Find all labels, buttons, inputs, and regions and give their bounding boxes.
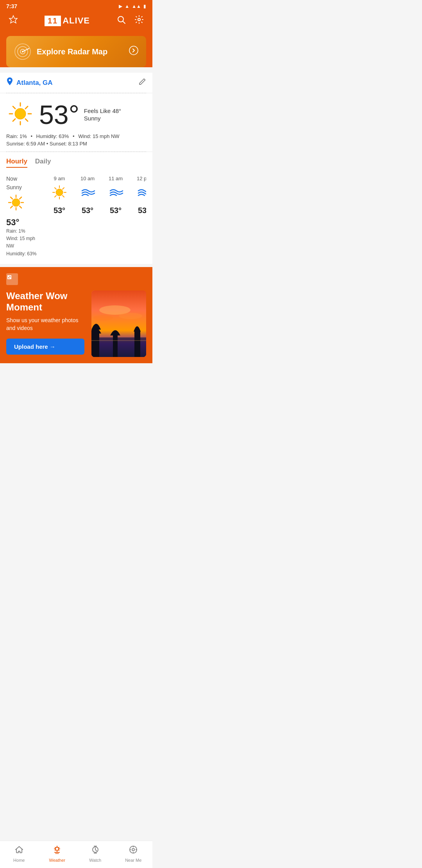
signal-icon: ▶	[119, 4, 122, 9]
svg-line-18	[25, 106, 28, 109]
logo-name: ALIVE	[63, 16, 90, 26]
radar-banner[interactable]: Explore Radar Map	[6, 36, 146, 67]
hourly-scroll: Now Sunny	[6, 176, 146, 258]
hour-12pm-temp: 53°	[138, 206, 146, 215]
svg-point-11	[15, 108, 26, 119]
wow-content: Weather Wow Moment Show us your weather …	[6, 291, 146, 357]
svg-point-29	[56, 189, 63, 196]
status-time: 7:37	[6, 3, 17, 9]
svg-rect-45	[134, 332, 140, 357]
location-city: Atlanta, GA	[16, 79, 53, 87]
tab-hourly[interactable]: Hourly	[6, 158, 27, 168]
wow-subtitle: Show us your weather photos and videos	[6, 317, 87, 332]
wow-title: Weather Wow Moment	[6, 291, 87, 313]
hour-now-details: Rain: 1% Wind: 15 mph NW Humidity: 63%	[6, 228, 41, 258]
wow-image-placeholder	[91, 291, 146, 357]
svg-line-16	[13, 106, 15, 109]
hour-now-condition: Sunny	[6, 184, 22, 190]
svg-line-36	[63, 188, 64, 189]
svg-marker-0	[9, 16, 17, 23]
radar-arrow-icon	[129, 46, 138, 57]
sunrise-detail: Sunrise: 6:59 AM	[6, 141, 45, 147]
hour-9am-icon	[51, 184, 68, 204]
dot-sep2: •	[73, 133, 76, 139]
weather-details-row1: Rain: 1% • Humidity: 63% • Wind: 15 mph …	[6, 133, 146, 139]
svg-rect-44	[91, 334, 99, 357]
hour-11am: 11 am 53°	[102, 176, 130, 258]
svg-line-19	[13, 119, 15, 121]
svg-line-28	[11, 206, 13, 208]
settings-button[interactable]	[132, 15, 146, 27]
header: 11 ALIVE	[0, 11, 152, 33]
hour-10am-temp: 53°	[82, 206, 93, 215]
weather-sun-row: Sunrise: 6:59 AM • Sunset: 8:13 PM	[6, 141, 146, 147]
hour-11am-label: 11 am	[109, 176, 123, 181]
hour-10am-label: 10 am	[80, 176, 95, 181]
dot-sep3: •	[46, 141, 50, 147]
location-pin-icon	[6, 77, 13, 88]
svg-point-41	[119, 313, 142, 319]
weather-main-row: 53° Feels Like 48° Sunny	[6, 100, 146, 129]
hourly-forecast: Now Sunny	[0, 171, 152, 264]
current-weather-icon	[6, 100, 34, 129]
hour-9am: 9 am	[45, 176, 73, 258]
svg-line-37	[55, 195, 56, 197]
current-weather: 53° Feels Like 48° Sunny Rain: 1% • Humi…	[0, 93, 152, 151]
battery-icon: ▮	[143, 4, 146, 9]
hour-10am-icon	[79, 184, 96, 204]
svg-line-2	[123, 22, 125, 24]
svg-point-10	[9, 79, 11, 81]
hour-now-icon	[6, 193, 26, 216]
hour-11am-icon	[107, 184, 124, 204]
wind-detail: Wind: 15 mph NW	[78, 133, 119, 139]
weather-desc: Feels Like 48° Sunny	[84, 108, 121, 122]
favorite-button[interactable]	[6, 15, 20, 27]
hour-now: Now Sunny	[6, 176, 45, 258]
edit-location-button[interactable]	[138, 78, 146, 88]
wow-image	[91, 291, 146, 357]
hour-12pm-icon	[135, 184, 146, 204]
hour-now-rain: Rain: 1%	[6, 228, 41, 235]
location-row: Atlanta, GA	[0, 73, 152, 93]
hour-9am-label: 9 am	[54, 176, 65, 181]
logo-box: 11	[45, 16, 61, 26]
svg-point-20	[12, 199, 20, 206]
forecast-tabs: Hourly Daily	[0, 152, 152, 171]
wow-text-area: Weather Wow Moment Show us your weather …	[6, 291, 91, 355]
sunset-detail: Sunset: 8:13 PM	[50, 141, 87, 147]
svg-line-17	[25, 119, 28, 121]
network-icon: ▲▲	[132, 4, 141, 9]
svg-line-27	[20, 197, 21, 199]
tab-daily[interactable]: Daily	[35, 158, 51, 168]
hour-now-humidity: Humidity: 63%	[6, 250, 41, 258]
svg-rect-46	[113, 335, 118, 357]
hour-now-label: Now	[6, 176, 17, 182]
svg-line-26	[20, 206, 21, 208]
status-bar: 7:37 ▶ ▲ ▲▲ ▮	[0, 0, 152, 11]
svg-line-35	[63, 195, 64, 197]
location-info: Atlanta, GA	[6, 77, 53, 88]
status-icons: ▶ ▲ ▲▲ ▮	[119, 4, 146, 9]
radar-icon	[14, 43, 31, 60]
hour-11am-temp: 53°	[110, 206, 122, 215]
upload-label: Upload here →	[14, 343, 55, 350]
svg-line-34	[55, 188, 56, 189]
wifi-icon: ▲	[125, 4, 129, 9]
hour-now-wind: Wind: 15 mph NW	[6, 235, 41, 250]
svg-point-42	[93, 315, 113, 321]
wow-logo	[6, 273, 146, 287]
upload-button[interactable]: Upload here →	[6, 339, 84, 355]
radar-label: Explore Radar Map	[37, 47, 107, 56]
current-temp: 53°	[39, 101, 79, 128]
condition: Sunny	[84, 115, 121, 122]
humidity-detail: Humidity: 63%	[36, 133, 69, 139]
wow-moment-section: Weather Wow Moment Show us your weather …	[0, 267, 152, 363]
feels-like: Feels Like 48°	[84, 108, 121, 114]
app-logo: 11 ALIVE	[20, 16, 114, 26]
hour-12pm: 12 pm 53°	[130, 176, 146, 258]
hour-12pm-label: 12 pm	[137, 176, 146, 181]
hour-9am-temp: 53°	[54, 206, 65, 215]
radar-banner-left: Explore Radar Map	[14, 43, 107, 60]
search-button[interactable]	[114, 15, 128, 27]
svg-point-3	[138, 18, 140, 21]
